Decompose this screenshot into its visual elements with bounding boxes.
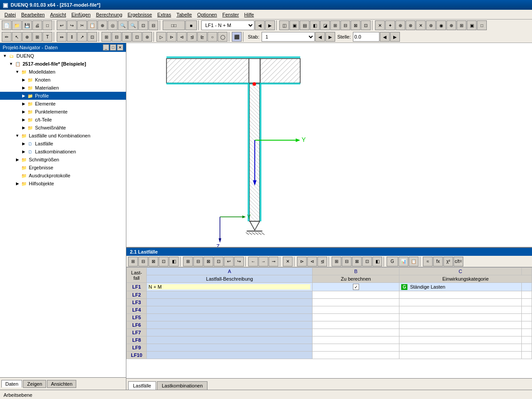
tb-b9[interactable]: 📋 [87, 20, 97, 30]
btb-8[interactable]: ⊠ [203, 257, 213, 266]
tb-x6[interactable]: ⊛ [426, 20, 436, 30]
tree-item-hilfsobjekte[interactable]: ▶ 📁 Hilfsobjekte [0, 180, 126, 188]
tb2-12[interactable]: ⊠ [122, 32, 132, 42]
table-row[interactable]: LF2 [127, 291, 532, 299]
table-row[interactable]: LF3 [127, 299, 532, 306]
tb-x2[interactable]: ✦ [385, 20, 395, 30]
lf1-description-input[interactable] [149, 284, 310, 289]
tb-view7[interactable]: ⊟ [340, 20, 350, 30]
tb-b14[interactable]: ⊡ [138, 20, 148, 30]
btab-lastkombinationen[interactable]: Lastkombinationen [157, 381, 207, 390]
btb-1[interactable]: ⊞ [128, 257, 138, 266]
loadcase-dropdown[interactable]: LF1 - N + M [201, 20, 254, 30]
btb-4[interactable]: ⊡ [159, 257, 168, 266]
tb2-19[interactable]: ⊵ [197, 32, 207, 42]
tb2-18[interactable]: ⊴ [187, 32, 197, 42]
tb-open[interactable]: 📁 [12, 20, 22, 30]
cell-b-lf1[interactable]: ✓ [313, 283, 399, 291]
tb-b15[interactable]: ⊟ [149, 20, 158, 30]
cell-a-lf5[interactable] [147, 314, 313, 321]
tb-print[interactable]: 🖨 [32, 20, 42, 30]
tb-b10[interactable]: ⊕ [98, 20, 107, 30]
cell-a-lf3[interactable] [147, 299, 313, 306]
menu-berechnung[interactable]: Berechnung [93, 11, 125, 18]
tb2-6[interactable]: ⇔ [57, 32, 66, 42]
tb2-11[interactable]: ⊟ [112, 32, 121, 42]
btb-19[interactable]: ⊞ [332, 257, 341, 266]
btb-27[interactable]: ≈ [423, 257, 433, 266]
tree-item-lastkombinationen[interactable]: ▶ 🗋 Lastkombinationen [0, 148, 126, 156]
tb-b11[interactable]: ◎ [108, 20, 117, 30]
tb2-16[interactable]: ⊳ [167, 32, 176, 42]
tb2-15[interactable]: ▷ [156, 32, 166, 42]
nav-close[interactable]: ✕ [117, 44, 123, 51]
cell-a-lf6[interactable] [147, 321, 313, 329]
btb-20[interactable]: ⊟ [342, 257, 352, 266]
menu-tabelle[interactable]: Tabelle [174, 11, 195, 18]
nav-tab-ansichten[interactable]: Ansichten [47, 380, 76, 388]
tb2-5[interactable]: T [43, 32, 52, 42]
btb-17[interactable]: ⊲ [307, 257, 317, 266]
tb2-1[interactable]: ✏ [2, 32, 12, 42]
nav-tab-zeigen[interactable]: Zeigen [23, 380, 46, 388]
tb-view9[interactable]: ⊡ [361, 20, 371, 30]
table-row[interactable]: LF4 [127, 306, 532, 314]
tb-x9[interactable]: ⊞ [457, 20, 466, 30]
cell-a-lf9[interactable] [147, 344, 313, 352]
menu-hilfe[interactable]: Hilfe [242, 11, 257, 18]
table-row[interactable]: LF10 [127, 352, 532, 359]
menu-ergebnisse[interactable]: Ergebnisse [125, 11, 155, 18]
tb2-17[interactable]: ⊲ [177, 32, 187, 42]
btb-24[interactable]: G [387, 257, 398, 266]
tb-x7[interactable]: ◉ [436, 20, 446, 30]
tb2-8[interactable]: ↗ [77, 32, 87, 42]
cell-a-lf1[interactable] [147, 283, 313, 291]
tb-x3[interactable]: ⊕ [395, 20, 405, 30]
btb-28[interactable]: fx [433, 257, 443, 266]
tb2-10[interactable]: ⊞ [102, 32, 111, 42]
tb2-7[interactable]: ⇕ [67, 32, 77, 42]
tb2-20[interactable]: ○ [207, 32, 217, 42]
tree-item-lastfaelle-komb[interactable]: ▼ 📁 Lastfälle und Kombinationen [0, 132, 126, 140]
table-row[interactable]: LF7 [127, 329, 532, 336]
cell-a-lf10[interactable] [147, 352, 313, 359]
tb-x4[interactable]: ⊗ [406, 20, 415, 30]
tb-b16[interactable]: □□ [163, 20, 185, 30]
menu-datei[interactable]: Datei [2, 11, 19, 18]
tb2-14[interactable]: ⊛ [142, 32, 152, 42]
tree-item-schnittgroessen[interactable]: ▶ 📁 Schnittgrößen [0, 156, 126, 164]
btb-2[interactable]: ⊟ [138, 257, 148, 266]
btb-6[interactable]: ⊞ [183, 257, 193, 266]
stab-select[interactable]: 1 [262, 32, 315, 42]
table-row[interactable]: LF6 [127, 321, 532, 329]
menu-fenster[interactable]: Fenster [220, 11, 242, 18]
btb-9[interactable]: ⊡ [214, 257, 223, 266]
tb-next-lf[interactable]: ▶ [265, 20, 275, 30]
tree-item-lastfaelle[interactable]: ▶ 🗋 Lastfälle [0, 140, 126, 148]
btb-21[interactable]: ⊠ [352, 257, 362, 266]
menu-bearbeiten[interactable]: Bearbeiten [19, 11, 47, 18]
btb-7[interactable]: ⊟ [193, 257, 203, 266]
cell-a-lf7[interactable] [147, 329, 313, 336]
tree-item-materialien[interactable]: ▶ 📁 Materialien [0, 84, 126, 92]
stelle-next[interactable]: ▶ [390, 32, 400, 42]
btb-10[interactable]: ↩ [224, 257, 234, 266]
tree-item-schweissnaehte[interactable]: ▶ 📁 Schweißnähte [0, 124, 126, 132]
tb-x1[interactable]: ✕ [375, 20, 385, 30]
menu-einfuegen[interactable]: Einfügen [69, 11, 93, 18]
tree-item-profile[interactable]: ▶ 📁 Profile [0, 92, 126, 100]
cell-a-lf2[interactable] [147, 291, 313, 299]
tree-item-punktelemente[interactable]: ▶ 📁 Punktelemente [0, 108, 126, 116]
btb-14[interactable]: ⊸ [269, 257, 278, 266]
tb-save[interactable]: 💾 [22, 20, 32, 30]
btb-5[interactable]: ◧ [169, 257, 179, 266]
nav-tab-daten[interactable]: Daten [1, 380, 22, 387]
tb-view1[interactable]: ◫ [279, 20, 289, 30]
tree-item-ct-teile[interactable]: ▶ 📁 c/t-Teile [0, 116, 126, 124]
tb-b17[interactable]: ■ [185, 20, 197, 30]
tb2-9[interactable]: ⊡ [87, 32, 97, 42]
menu-ansicht[interactable]: Ansicht [47, 11, 69, 18]
btb-13[interactable]: → [258, 257, 268, 266]
nav-maximize[interactable]: □ [110, 44, 116, 51]
tb-undo[interactable]: ↩ [57, 20, 66, 30]
